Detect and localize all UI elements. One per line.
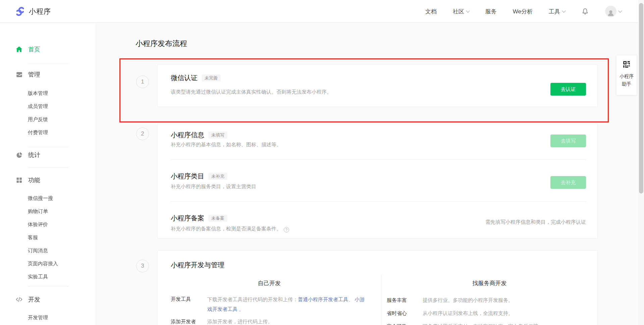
mini-icp-desc: 补充小程序的备案信息，检测是否满足备案条件。? bbox=[171, 225, 289, 232]
prerequisite-note: 需先填写小程序信息和类目，完成小程序认证 bbox=[485, 219, 586, 225]
sidebar-item-label: 统计 bbox=[28, 151, 40, 159]
sidebar-item-version-manage[interactable]: 版本管理 bbox=[0, 87, 96, 100]
person-icon bbox=[606, 8, 615, 17]
scrollbar-thumb[interactable] bbox=[639, 3, 643, 194]
sidebar-item-user-feedback[interactable]: 用户反馈 bbox=[0, 113, 96, 126]
sidebar-item-dev-manage[interactable]: 开发管理 bbox=[0, 311, 96, 324]
step-3-title: 小程序开发与管理 bbox=[171, 261, 224, 270]
sidebar-item-statistics[interactable]: 统计 bbox=[0, 148, 96, 162]
chevron-down-icon bbox=[618, 9, 622, 12]
link-separator: 、 bbox=[348, 296, 355, 302]
chevron-down-icon bbox=[562, 9, 566, 12]
divider bbox=[28, 167, 69, 168]
step-1-desc: 该类型请先通过微信认证完成主体真实性确认。否则将无法发布小程序。 bbox=[171, 88, 332, 96]
sidebar-item-paid-manage[interactable]: 付费管理 bbox=[0, 126, 96, 139]
sidebar-item-home[interactable]: 首页 bbox=[0, 43, 96, 56]
status-badge: 未填写 bbox=[208, 131, 227, 139]
divider bbox=[171, 201, 586, 202]
sidebar-item-label: 首页 bbox=[28, 45, 40, 53]
avatar bbox=[605, 6, 616, 17]
step-1-number: 1 bbox=[136, 75, 149, 88]
step-3-card: 小程序开发与管理 自己开发 找服务商开发 开发工具 下载开发者工具进行代码的开发… bbox=[157, 250, 598, 325]
sidebar-item-development[interactable]: 开发 bbox=[0, 293, 96, 306]
sidebar-item-member-manage[interactable]: 成员管理 bbox=[0, 100, 96, 113]
step-2-number: 2 bbox=[136, 127, 149, 140]
code-icon bbox=[15, 295, 23, 304]
dev-tools-label: 开发工具 bbox=[171, 295, 191, 303]
sidebar-item-features[interactable]: 功能 bbox=[0, 173, 96, 187]
divider bbox=[28, 64, 69, 64]
sidebar-item-manage[interactable]: 管理 bbox=[0, 68, 96, 81]
rich-service-desc: 提供多行业、多功能的小程序开发服务。 bbox=[423, 296, 513, 304]
top-nav: 文档 社区 服务 We分析 工具 bbox=[425, 0, 622, 23]
normal-devtools-link[interactable]: 普通小程序开发者工具 bbox=[298, 296, 348, 302]
safe-reliable-label: 安全可靠 bbox=[387, 323, 407, 325]
mini-category-title: 小程序类目 bbox=[171, 171, 204, 181]
nav-we-analysis[interactable]: We分析 bbox=[513, 8, 533, 15]
go-fill-button[interactable]: 去填写 bbox=[550, 134, 586, 147]
step-3-number: 3 bbox=[136, 260, 149, 272]
vertical-scrollbar[interactable] bbox=[638, 0, 644, 325]
sidebar-item-shopping-orders[interactable]: 购物订单 bbox=[0, 205, 96, 218]
sidebar-item-experience-rating[interactable]: 体验评价 bbox=[0, 218, 96, 231]
home-icon bbox=[15, 45, 23, 53]
nav-we-analysis-label: We分析 bbox=[513, 8, 533, 15]
status-badge: 未备案 bbox=[208, 215, 227, 222]
nav-tools-label: 工具 bbox=[549, 8, 560, 15]
self-develop-header: 自己开发 bbox=[158, 279, 381, 287]
status-badge: 未补充 bbox=[208, 173, 227, 180]
assistant-label-line2: 助手 bbox=[620, 80, 634, 88]
sidebar-item-customer-service[interactable]: 客服 bbox=[0, 231, 96, 244]
app-logo[interactable]: 小程序 bbox=[15, 6, 51, 17]
nav-docs[interactable]: 文档 bbox=[425, 8, 437, 15]
notification-bell-icon[interactable] bbox=[581, 8, 589, 15]
divider bbox=[28, 286, 69, 286]
nav-docs-label: 文档 bbox=[425, 8, 437, 15]
qr-code-icon bbox=[622, 60, 631, 69]
mini-category-desc: 补充小程序的服务类目，设置主营类目 bbox=[171, 183, 256, 190]
sidebar-item-label: 功能 bbox=[28, 176, 40, 184]
step-1-title: 微信认证 bbox=[171, 73, 198, 83]
step-1-card: 微信认证 未完善 该类型请先通过微信认证完成主体真实性确认。否则将无法发布小程序… bbox=[157, 64, 598, 107]
safe-reliable-desc: 可免费试用后再支付，在线客服响应、官方售后保障 bbox=[423, 323, 538, 325]
add-developer-label: 添加开发者 bbox=[171, 318, 196, 325]
mini-info-desc: 补充小程序的基本信息，如名称、图标、描述等。 bbox=[171, 141, 281, 148]
nav-services-label: 服务 bbox=[485, 8, 497, 15]
assistant-label-line1: 小程序 bbox=[620, 72, 634, 80]
dev-tools-desc-suffix: 。 bbox=[237, 306, 244, 312]
dev-tools-desc: 下载开发者工具进行代码的开发和上传：普通小程序开发者工具、 小游戏开发者工具 。 bbox=[207, 294, 369, 314]
divider bbox=[28, 147, 69, 147]
save-time-desc: 从小程序认证到发布上线，全流程支持。 bbox=[423, 310, 513, 317]
sidebar-item-page-content-access[interactable]: 页面内容接入 bbox=[0, 257, 96, 270]
mini-info-title: 小程序信息 bbox=[171, 130, 204, 140]
divider bbox=[171, 159, 586, 160]
grid-icon bbox=[15, 176, 23, 184]
inbox-icon bbox=[15, 70, 23, 78]
miniprogram-assistant-panel[interactable]: 小程序 助手 bbox=[616, 55, 637, 95]
save-time-label: 省时省心 bbox=[387, 310, 407, 317]
status-badge: 未完善 bbox=[202, 74, 221, 82]
chevron-down-icon bbox=[466, 9, 470, 12]
go-supplement-button[interactable]: 去补充 bbox=[550, 176, 586, 189]
nav-community[interactable]: 社区 bbox=[453, 8, 469, 15]
sidebar-item-experimental-tools[interactable]: 实验工具 bbox=[0, 270, 96, 283]
user-menu[interactable] bbox=[605, 6, 622, 17]
main-content: 小程序发布流程 1 2 3 微信认证 未完善 该类型请先通过微信认证完成主体真实… bbox=[97, 23, 638, 325]
go-verify-button[interactable]: 去认证 bbox=[550, 83, 586, 96]
sidebar-item-label: 开发 bbox=[28, 295, 40, 304]
nav-tools[interactable]: 工具 bbox=[549, 8, 565, 15]
miniprogram-logo-icon bbox=[15, 6, 25, 17]
sidebar-item-subscribe-message[interactable]: 订阅消息 bbox=[0, 244, 96, 257]
sidebar: 首页 管理 版本管理 成员管理 用户反馈 付费管理 统计 bbox=[0, 23, 96, 325]
page-title: 小程序发布流程 bbox=[136, 39, 187, 49]
pie-chart-icon bbox=[15, 151, 23, 159]
add-developer-desc: 添加开发者，进行代码上传。 bbox=[207, 318, 273, 325]
top-header: 小程序 文档 社区 服务 We分析 工具 bbox=[0, 0, 638, 23]
find-provider-header: 找服务商开发 bbox=[381, 279, 598, 287]
nav-services[interactable]: 服务 bbox=[485, 8, 497, 15]
help-question-icon[interactable]: ? bbox=[284, 227, 289, 232]
nav-community-label: 社区 bbox=[453, 8, 464, 15]
sidebar-item-label: 管理 bbox=[28, 70, 40, 78]
step-2-card: 小程序信息 未填写 补充小程序的基本信息，如名称、图标、描述等。 去填写 小程序… bbox=[157, 124, 598, 238]
sidebar-item-wechat-search[interactable]: 微信搜一搜 bbox=[0, 192, 96, 205]
